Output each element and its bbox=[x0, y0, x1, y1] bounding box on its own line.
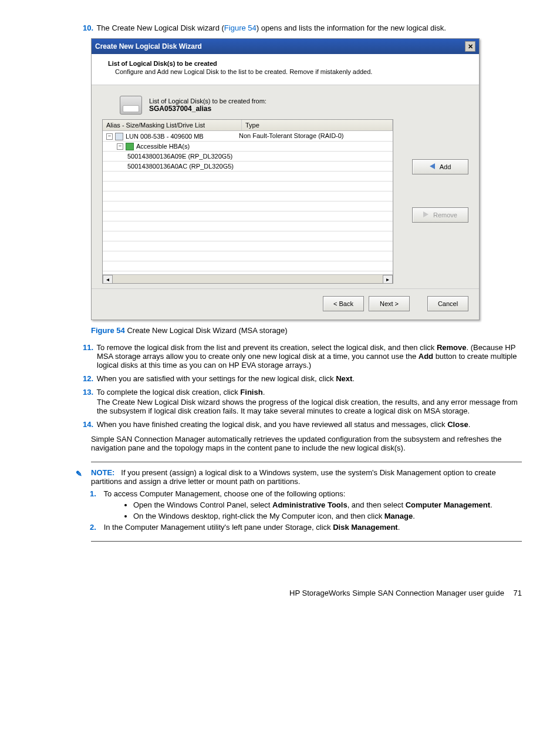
collapse-icon[interactable]: − bbox=[106, 133, 113, 140]
step-para: The Create New Logical Disk wizard shows… bbox=[97, 398, 522, 415]
page-footer: HP StorageWorks Simple SAN Connection Ma… bbox=[38, 589, 522, 597]
step-13: 13. To complete the logical disk creatio… bbox=[97, 388, 522, 415]
step-number: 11. bbox=[83, 343, 95, 352]
lun-icon bbox=[115, 133, 123, 140]
list-header: List of Logical Disk(s) to be created fr… bbox=[120, 96, 468, 115]
side-buttons: Add Remove bbox=[412, 119, 468, 223]
auto-refresh-para: Simple SAN Connection Manager automatica… bbox=[91, 435, 516, 452]
note-step-2: 2. In the Computer Management utility's … bbox=[104, 523, 522, 532]
add-button[interactable]: Add bbox=[412, 159, 468, 174]
list-intro: List of Logical Disk(s) to be created fr… bbox=[149, 98, 266, 105]
remove-button[interactable]: Remove bbox=[412, 207, 468, 223]
bullet-list: Open the Windows Control Panel, select A… bbox=[133, 500, 522, 520]
wizard-footer: < Back Next > Cancel bbox=[92, 288, 479, 320]
wizard-header-desc: Configure and Add new Logical Disk to th… bbox=[115, 68, 463, 75]
tree-hba-row[interactable]: − Accessible HBA(s) bbox=[103, 142, 393, 152]
step-text: To remove the logical disk from the list… bbox=[96, 343, 517, 369]
figure-label: Figure 54 bbox=[91, 326, 125, 335]
step-number: 10. bbox=[83, 23, 95, 32]
step-14: 14. When you have finished creating the … bbox=[97, 420, 522, 429]
step-number: 14. bbox=[83, 420, 95, 429]
disk-icon bbox=[120, 96, 142, 115]
page-number: 71 bbox=[514, 589, 522, 597]
note-text: If you present (assign) a logical disk t… bbox=[91, 468, 496, 486]
step-number: 12. bbox=[83, 374, 95, 383]
figure-caption: Figure 54 Create New Logical Disk Wizard… bbox=[91, 326, 522, 335]
note-block: ✎ NOTE: If you present (assign) a logica… bbox=[91, 468, 522, 532]
note-step-1: 1. To access Computer Management, choose… bbox=[104, 489, 522, 520]
arrow-left-icon bbox=[430, 163, 435, 170]
next-button[interactable]: Next > bbox=[369, 296, 410, 311]
wizard-title: Create New Logical Disk Wizard bbox=[95, 42, 202, 51]
collapse-icon[interactable]: − bbox=[117, 143, 123, 150]
hba-group-icon bbox=[126, 143, 134, 150]
bullet-item: Open the Windows Control Panel, select A… bbox=[133, 500, 522, 509]
step-text: When you are satisfied with your setting… bbox=[97, 374, 355, 383]
step-text: The Create New Logical Disk wizard (Figu… bbox=[96, 23, 446, 32]
table-header: Alias - Size/Masking List/Drive List Typ… bbox=[103, 120, 393, 131]
scroll-left-icon[interactable]: ◂ bbox=[103, 275, 113, 284]
note-label: NOTE: bbox=[91, 468, 114, 477]
col-alias-header[interactable]: Alias - Size/Masking List/Drive List bbox=[103, 120, 242, 130]
divider bbox=[91, 462, 522, 462]
disk-table[interactable]: Alias - Size/Masking List/Drive List Typ… bbox=[102, 119, 393, 284]
close-icon[interactable]: ✕ bbox=[465, 41, 475, 52]
note-icon: ✎ bbox=[76, 469, 85, 479]
scroll-right-icon[interactable]: ▸ bbox=[383, 275, 393, 284]
col-type-header[interactable]: Type bbox=[242, 120, 393, 130]
tree-hba-item[interactable]: 500143800136A0AC (RP_DL320G5) bbox=[103, 162, 393, 172]
storage-alias: SGA0537004_alias bbox=[149, 105, 266, 113]
step-11: 11. To remove the logical disk from the … bbox=[97, 343, 522, 369]
wizard-header-panel: List of Logical Disk(s) to be created Co… bbox=[92, 54, 479, 85]
step-12: 12. When you are satisfied with your set… bbox=[97, 374, 522, 383]
step-10: 10. The Create New Logical Disk wizard (… bbox=[97, 23, 522, 32]
bullet-item: On the Windows desktop, right-click the … bbox=[133, 512, 522, 520]
step-number: 13. bbox=[83, 388, 95, 396]
back-button[interactable]: < Back bbox=[323, 296, 364, 311]
wizard-header-title: List of Logical Disk(s) to be created bbox=[108, 60, 463, 67]
h-scrollbar[interactable]: ◂ ▸ bbox=[103, 274, 393, 283]
cancel-button[interactable]: Cancel bbox=[427, 296, 468, 311]
wizard-window: Create New Logical Disk Wizard ✕ List of… bbox=[91, 38, 480, 320]
step-text: To complete the logical disk creation, c… bbox=[96, 388, 265, 396]
wizard-body: List of Logical Disk(s) to be created fr… bbox=[92, 85, 479, 288]
tree-hba-item[interactable]: 500143800136A09E (RP_DL320G5) bbox=[103, 152, 393, 162]
type-value: Non Fault-Tolerant Storage (RAID-0) bbox=[239, 132, 344, 139]
wizard-titlebar: Create New Logical Disk Wizard ✕ bbox=[92, 39, 479, 54]
arrow-right-icon bbox=[423, 211, 429, 219]
table-body: − LUN 008-53B - 409600 MB − Accessible H… bbox=[103, 132, 393, 275]
step-text: When you have finished creating the logi… bbox=[97, 420, 471, 429]
footer-text: HP StorageWorks Simple SAN Connection Ma… bbox=[289, 589, 504, 597]
figure-ref-link[interactable]: Figure 54 bbox=[224, 23, 257, 32]
divider bbox=[91, 541, 522, 542]
